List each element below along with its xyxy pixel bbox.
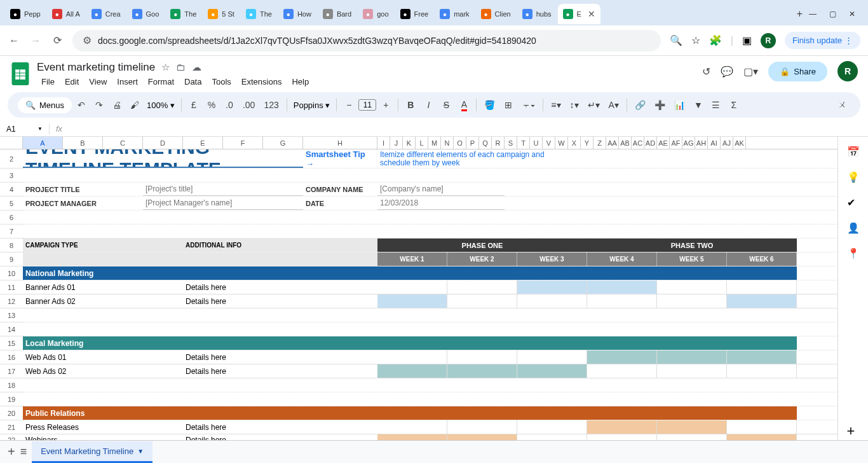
profile-avatar[interactable]: R (761, 33, 776, 48)
column-header[interactable]: P (466, 137, 479, 149)
row-header[interactable]: 18 (0, 378, 23, 392)
increase-font-button[interactable]: + (377, 97, 394, 113)
column-header[interactable]: AK (733, 137, 746, 149)
browser-tab[interactable]: ●5 St (203, 4, 240, 24)
row-header[interactable]: 7 (0, 225, 23, 238)
column-header[interactable]: T (517, 137, 530, 149)
all-sheets-button[interactable]: ≡ (20, 445, 27, 459)
close-tab-icon[interactable]: ✕ (588, 9, 595, 19)
browser-tab[interactable]: ●Pepp (5, 4, 46, 24)
name-box[interactable]: A1▼ (0, 123, 50, 135)
column-header[interactable]: Y (581, 137, 593, 149)
currency-button[interactable]: £ (186, 97, 202, 113)
comments-icon[interactable]: 💬 (721, 66, 733, 78)
column-header[interactable]: AJ (721, 137, 733, 149)
share-button[interactable]: 🔒 Share (768, 62, 827, 81)
row-header[interactable]: 6 (0, 211, 23, 225)
zoom-selector[interactable]: 100% ▾ (144, 99, 177, 111)
italic-button[interactable]: I (420, 97, 437, 113)
browser-tab[interactable]: ●All A (47, 4, 85, 24)
percent-button[interactable]: % (203, 97, 220, 113)
filter-views-button[interactable]: ☰ (708, 97, 724, 113)
browser-tab[interactable]: ●Free (395, 4, 434, 24)
row-header[interactable]: 11 (0, 280, 23, 294)
column-header[interactable]: A (23, 137, 63, 149)
column-header[interactable]: S (505, 137, 517, 149)
row-header[interactable]: 15 (0, 336, 23, 350)
column-header[interactable]: AI (708, 137, 721, 149)
reload-button[interactable]: ⟳ (51, 34, 64, 47)
column-header[interactable]: U (530, 137, 543, 149)
reader-icon[interactable]: ▣ (742, 34, 752, 46)
maps-icon[interactable]: 📍 (847, 247, 860, 260)
v-align-button[interactable]: ↕▾ (566, 97, 583, 113)
row-header[interactable]: 19 (0, 392, 23, 406)
menu-view[interactable]: View (85, 75, 111, 88)
font-selector[interactable]: Poppins ▾ (291, 99, 333, 111)
comment-button[interactable]: ➕ (651, 97, 669, 113)
menu-insert[interactable]: Insert (112, 75, 142, 88)
rotate-button[interactable]: A▾ (605, 97, 623, 113)
row-header[interactable]: 13 (0, 308, 23, 322)
contacts-icon[interactable]: 👤 (847, 222, 860, 235)
column-header[interactable]: H (303, 137, 377, 149)
merge-button[interactable]: ⫟▾ (518, 97, 539, 113)
row-header[interactable]: 16 (0, 350, 23, 364)
row-header[interactable]: 3 (0, 169, 23, 183)
column-header[interactable]: G (263, 137, 303, 149)
column-header[interactable]: AG (682, 137, 695, 149)
paint-format-button[interactable]: 🖌 (126, 97, 143, 113)
row-header[interactable]: 9 (0, 252, 23, 266)
column-header[interactable]: I (377, 137, 390, 149)
maximize-button[interactable]: ▢ (829, 10, 836, 18)
column-header[interactable]: K (403, 137, 416, 149)
column-header[interactable]: D (143, 137, 183, 149)
column-header[interactable]: M (428, 137, 441, 149)
menu-help[interactable]: Help (287, 75, 313, 88)
browser-tab[interactable]: ●mark (435, 4, 474, 24)
row-header[interactable]: 5 (0, 197, 23, 211)
collapse-toolbar-button[interactable]: ㄨ (834, 97, 850, 113)
meet-icon[interactable]: ▢▾ (743, 66, 758, 78)
text-color-button[interactable]: A (456, 97, 472, 114)
browser-tab[interactable]: ●Goo (127, 4, 165, 24)
browser-tab[interactable]: ●E✕ (558, 4, 600, 24)
add-sheet-button[interactable]: + (8, 445, 15, 459)
minimize-button[interactable]: — (809, 10, 817, 18)
column-header[interactable]: AF (670, 137, 682, 149)
print-button[interactable]: 🖨 (109, 97, 125, 113)
browser-tab[interactable]: ●The (165, 4, 201, 24)
close-window-button[interactable]: ✕ (849, 10, 855, 18)
column-header[interactable]: AH (695, 137, 708, 149)
column-header[interactable]: Z (593, 137, 606, 149)
column-header[interactable]: J (390, 137, 403, 149)
star-icon[interactable]: ☆ (161, 62, 170, 73)
back-button[interactable]: ← (8, 34, 20, 47)
smartsheet-tip-link[interactable]: Smartsheet Tip → (303, 149, 377, 168)
row-header[interactable]: 12 (0, 294, 23, 308)
chart-button[interactable]: 📊 (670, 97, 689, 113)
column-header[interactable]: N (441, 137, 454, 149)
link-button[interactable]: 🔗 (631, 97, 649, 113)
column-header[interactable]: AE (657, 137, 670, 149)
bold-button[interactable]: B (402, 97, 419, 113)
menu-edit[interactable]: Edit (60, 75, 83, 88)
fill-color-button[interactable]: 🪣 (480, 97, 499, 113)
site-info-icon[interactable]: ⚙ (83, 34, 92, 46)
increase-decimal-button[interactable]: .00 (239, 97, 259, 113)
column-header[interactable]: AC (632, 137, 644, 149)
column-header[interactable]: V (543, 137, 555, 149)
column-header[interactable]: O (454, 137, 466, 149)
grid[interactable]: ABCDEFGHIJKLMNOPQRSTUVWXYZAAABACADAEAFAG… (0, 137, 837, 443)
browser-tab[interactable]: ●hubs (517, 4, 557, 24)
browser-tab[interactable]: ●Bard (318, 4, 356, 24)
wrap-button[interactable]: ↵▾ (584, 97, 604, 113)
calendar-icon[interactable]: 📅 (847, 146, 860, 158)
browser-tab[interactable]: ●The (241, 4, 277, 24)
column-header[interactable]: AD (644, 137, 657, 149)
column-header[interactable]: W (555, 137, 568, 149)
borders-button[interactable]: ⊞ (500, 97, 517, 113)
more-formats-button[interactable]: 123 (260, 97, 282, 113)
account-avatar[interactable]: R (837, 61, 858, 81)
move-icon[interactable]: 🗀 (176, 62, 186, 73)
